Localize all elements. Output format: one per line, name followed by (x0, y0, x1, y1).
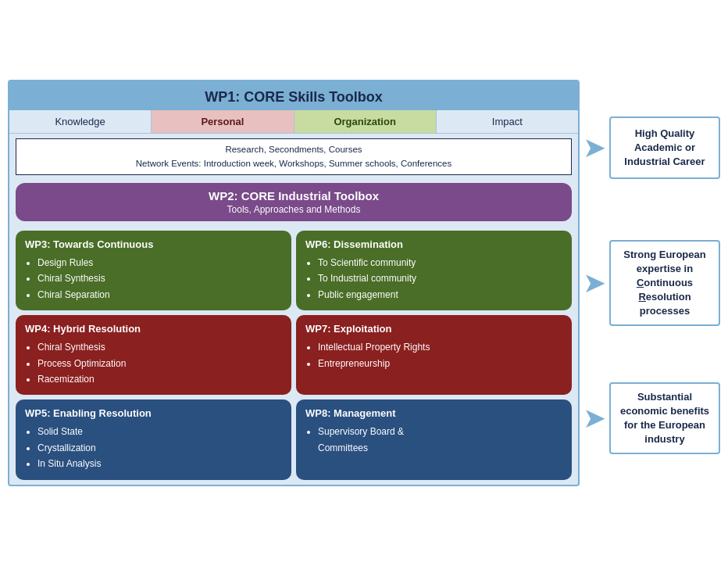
wp4-item-2: Process Optimization (37, 356, 282, 371)
outcome-row-1: ➤ High Quality Academic or Industrial Ca… (583, 80, 720, 215)
wp7-list: Intellectual Property Rights Entrepreneu… (305, 339, 562, 371)
skills-organization: Organization (294, 110, 437, 133)
wp8-list: Supervisory Board & Committees (305, 424, 562, 456)
arrow-3: ➤ (583, 404, 606, 432)
outcome-box-2: Strong European expertise in Continuous … (609, 240, 720, 327)
wp3-item-3: Chiral Separation (37, 287, 282, 303)
wp7-title: WP7: Exploitation (305, 323, 562, 335)
wp6-list: To Scientific community To Industrial co… (305, 255, 562, 303)
outcome-box-3: Substantial economic benefits for the Eu… (609, 382, 720, 455)
skills-impact: Impact (437, 110, 578, 133)
main-diagram: WP1: CORE Skills Toolbox Knowledge Perso… (8, 80, 580, 485)
wp6-item-3: Public engagement (318, 287, 562, 303)
wp3-title: WP3: Towards Continuous (25, 238, 282, 250)
wp2-title: WP2: CORE Industrial Toolbox (25, 189, 562, 202)
wp8-item-1: Supervisory Board & Committees (318, 424, 562, 456)
wp3-item-1: Design Rules (37, 255, 282, 270)
skills-knowledge: Knowledge (9, 110, 152, 133)
outcome2-text: Strong European expertise in Continuous … (617, 248, 712, 319)
research-box: Research, Secondments, Courses Network E… (16, 138, 572, 175)
wp3-item-2: Chiral Synthesis (37, 270, 282, 286)
wp5-list: Solid State Crystallization In Situ Anal… (25, 424, 282, 471)
wp6-title: WP6: Dissemination (305, 238, 562, 250)
outcome-row-3: ➤ Substantial economic benefits for the … (583, 350, 720, 485)
wp3-list: Design Rules Chiral Synthesis Chiral Sep… (25, 255, 282, 303)
wp4-box: WP4: Hybrid Resolution Chiral Synthesis … (16, 315, 291, 395)
wp5-title: WP5: Enabling Resolution (25, 407, 282, 419)
wp6-item-1: To Scientific community (318, 255, 562, 270)
wp6-item-2: To Industrial community (318, 270, 562, 286)
wp4-item-1: Chiral Synthesis (37, 339, 282, 355)
wp4-title: WP4: Hybrid Resolution (25, 323, 282, 335)
wp4-list: Chiral Synthesis Process Optimization Ra… (25, 339, 282, 387)
research-line2: Network Events: Introduction week, Works… (23, 157, 565, 170)
wp5-item-3: In Situ Analysis (37, 456, 282, 471)
wp5-item-1: Solid State (37, 424, 282, 439)
wp5-item-2: Crystallization (37, 440, 282, 456)
wp-left-col: WP3: Towards Continuous Design Rules Chi… (16, 231, 291, 480)
research-line1: Research, Secondments, Courses (23, 143, 565, 156)
wp-grid: WP3: Towards Continuous Design Rules Chi… (16, 231, 572, 480)
right-panel: ➤ High Quality Academic or Industrial Ca… (580, 80, 720, 485)
skills-row: Knowledge Personal Organization Impact (9, 110, 578, 134)
wp8-box: WP8: Management Supervisory Board & Comm… (296, 399, 572, 479)
wp3-box: WP3: Towards Continuous Design Rules Chi… (16, 231, 291, 310)
wp7-item-1: Intellectual Property Rights (318, 339, 562, 355)
wp4-item-3: Racemization (37, 371, 282, 387)
wp2-subtitle: Tools, Approaches and Methods (25, 204, 562, 215)
wp2-box: WP2: CORE Industrial Toolbox Tools, Appr… (16, 183, 572, 221)
page-container: WP1: CORE Skills Toolbox Knowledge Perso… (0, 72, 728, 493)
arrow-2: ➤ (583, 269, 606, 297)
wp7-box: WP7: Exploitation Intellectual Property … (296, 315, 572, 395)
outcome-box-1: High Quality Academic or Industrial Care… (609, 116, 720, 179)
wp8-title: WP8: Management (305, 407, 562, 419)
arrow-1: ➤ (583, 134, 606, 162)
outcome-row-2: ➤ Strong European expertise in Continuou… (583, 215, 720, 350)
skills-personal: Personal (152, 110, 294, 133)
wp5-box: WP5: Enabling Resolution Solid State Cry… (16, 399, 291, 479)
wp6-box: WP6: Dissemination To Scientific communi… (296, 231, 572, 310)
wp1-header: WP1: CORE Skills Toolbox (9, 81, 578, 110)
wp7-item-2: Entrepreneurship (318, 356, 562, 371)
wp-right-col: WP6: Dissemination To Scientific communi… (296, 231, 572, 480)
